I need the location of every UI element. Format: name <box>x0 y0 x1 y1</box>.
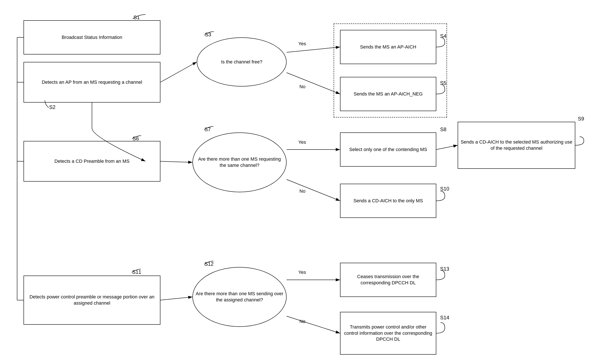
label-s1: S1 <box>133 14 140 21</box>
label-s5: S5 <box>440 80 446 86</box>
box-s13: Ceases transmission over the correspondi… <box>340 263 436 297</box>
label-s3: S3 <box>205 32 211 38</box>
svg-line-15 <box>287 316 340 333</box>
svg-line-7 <box>287 47 340 52</box>
label-s10: S10 <box>440 186 449 192</box>
box-s1: Broadcast Status Information <box>24 20 160 54</box>
label-s13: S13 <box>440 266 449 272</box>
svg-line-8 <box>287 73 340 94</box>
label-s6: S6 <box>133 136 139 142</box>
no-label-2: No <box>299 188 306 194</box>
box-s2: Detects an AP from an MS requesting a ch… <box>24 62 160 103</box>
yes-label-1: Yes <box>298 41 306 47</box>
label-s11: S11 <box>132 269 141 275</box>
box-s10: Sends a CD-AICH to the only MS <box>340 184 436 218</box>
label-s9: S9 <box>578 116 584 122</box>
svg-line-13 <box>160 297 193 300</box>
ellipse-s3: Is the channel free? <box>197 37 287 87</box>
no-label-3: No <box>299 319 306 324</box>
label-s8: S8 <box>440 127 446 132</box>
yes-label-3: Yes <box>298 270 306 275</box>
box-s5: Sends the MS an AP-AICH_NEG <box>340 77 436 111</box>
svg-line-12 <box>287 180 340 201</box>
label-s7: S7 <box>205 127 211 132</box>
box-s11: Detects power control preamble or messag… <box>24 275 160 325</box>
box-s14: Transmits power control and/or other con… <box>340 312 436 355</box>
box-s8: Select only one of the contending MS <box>340 132 436 167</box>
box-s4: Sends the MS an AP-AICH <box>340 30 436 64</box>
yes-label-2: Yes <box>298 140 306 145</box>
label-s4: S4 <box>440 33 446 39</box>
box-s6: Detects a CD Preamble from an MS <box>24 141 160 182</box>
svg-line-9 <box>160 161 193 162</box>
box-s9: Sends a CD-AICH to the selected MS autho… <box>458 122 575 169</box>
ellipse-s12: Are there more than one MS sending over … <box>193 267 287 327</box>
svg-line-6 <box>160 62 197 82</box>
no-label-1: No <box>299 84 306 90</box>
label-s2: S2 <box>49 104 56 110</box>
label-s12: S12 <box>205 261 214 267</box>
ellipse-s7: Are there more than one MS requesting th… <box>193 132 287 192</box>
label-s14: S14 <box>440 315 449 321</box>
svg-line-11 <box>436 145 458 150</box>
flowchart-diagram: Broadcast Status Information Detects an … <box>0 0 611 364</box>
